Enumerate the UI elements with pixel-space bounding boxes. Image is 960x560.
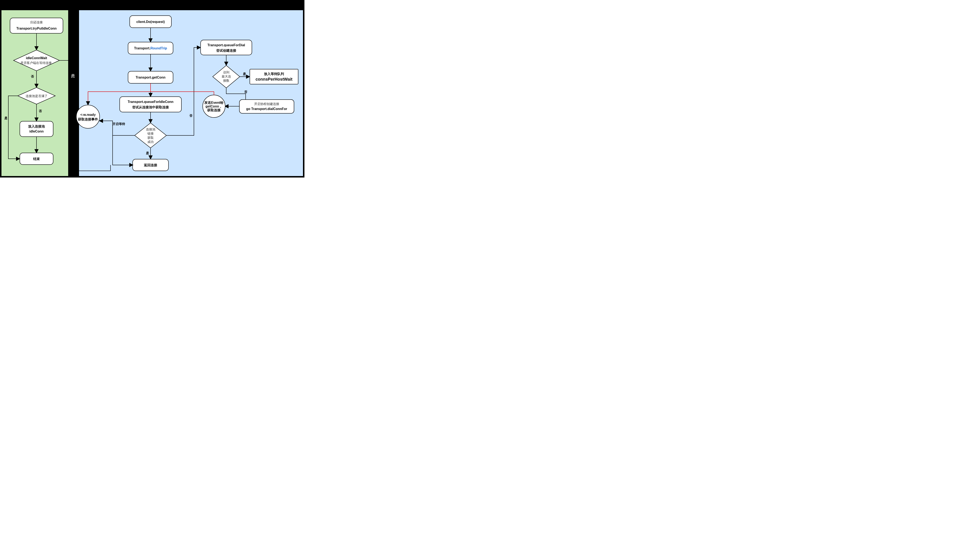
- maxconn-2: 最大连: [222, 75, 231, 78]
- svg-text:Transport.RoundTrip: Transport.RoundTrip: [134, 46, 167, 50]
- roundtrip-b: RoundTrip: [150, 46, 167, 50]
- putpool-l1: 放入连接池: [28, 124, 45, 128]
- return-conn-l2: Transport.tryPutIdleConn: [16, 27, 57, 30]
- sendev-1: 发送Event给: [204, 101, 224, 104]
- svg-rect-10: [120, 97, 181, 112]
- edge-yes-2: 是: [146, 151, 149, 155]
- edge-no-4: 否: [244, 90, 248, 94]
- maxconn-3: 接数: [223, 79, 229, 82]
- queueidle-l1: Transport.queueForIdleConn: [128, 100, 173, 104]
- queuedial-1: Transport.queueForDial: [208, 43, 245, 47]
- end: 结束: [33, 157, 40, 161]
- wready-1: <-w.ready: [80, 113, 96, 116]
- roundtrip-a: Transport.: [134, 46, 150, 50]
- poolok-3: 获取: [147, 136, 154, 139]
- edge-no-2: 否: [38, 109, 42, 113]
- svg-point-13: [76, 105, 100, 128]
- sendev-2: getConn，: [206, 105, 222, 108]
- getconn: Transport.getConn: [136, 76, 165, 79]
- poolok-2: 链接: [147, 132, 154, 135]
- dialfor-2: go Transport.dialConnFor: [246, 107, 287, 111]
- idlewait-l2: 是否客户端在等待连接: [21, 61, 52, 65]
- maxconn-1: 达到: [223, 70, 229, 74]
- sendev-3: 获取连接: [207, 108, 221, 112]
- poolok-4: 成功: [147, 140, 154, 144]
- wready-2: 获取连接事件: [78, 118, 98, 121]
- queuedial-2: 尝试创建连接: [216, 49, 236, 52]
- queueidle-l2: 尝试从连接池中获取连接: [132, 105, 169, 109]
- idlewait-l1: idleConnWait: [26, 56, 47, 60]
- waitq-2: connsPerHostWait: [256, 77, 292, 81]
- edge-no-3: 否: [189, 114, 193, 117]
- return-conn-l1: 归还连接: [30, 21, 43, 24]
- poolok-1: 连接池: [146, 128, 155, 131]
- retconn: 返回连接: [144, 163, 157, 167]
- svg-rect-18: [239, 100, 294, 113]
- client-do: client.Do(request): [136, 20, 165, 24]
- dialfor-1: 开启协程创建连接: [254, 102, 279, 105]
- svg-rect-4: [20, 121, 53, 137]
- edge-yes-1: 是: [4, 116, 8, 120]
- poolfull: 连接池是否满了: [26, 94, 48, 98]
- waitq-1: 放入等待队列: [264, 72, 284, 76]
- diagram: 归还连接 Transport.tryPutIdleConn idleConnWa…: [0, 0, 304, 177]
- edge-yes-3: 是: [243, 72, 246, 76]
- svg-rect-14: [201, 40, 252, 55]
- svg-rect-16: [250, 69, 298, 84]
- edge-startwait: 开启等待: [112, 122, 125, 126]
- putpool-l2: idleConn: [29, 129, 43, 133]
- edge-no-1: 否: [30, 75, 34, 78]
